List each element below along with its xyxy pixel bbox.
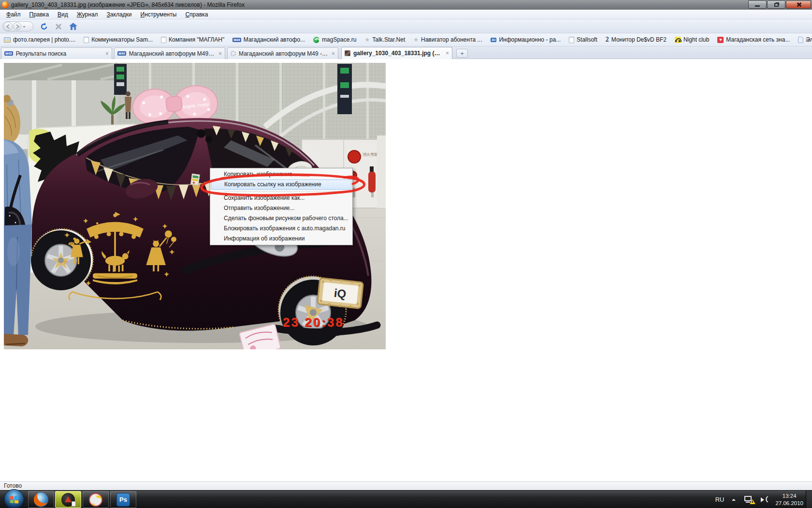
page-icon (84, 37, 89, 43)
firefox-icon (34, 493, 48, 507)
network-icon[interactable] (744, 496, 754, 504)
bookmark-item[interactable]: Компания "МАГЛАН" (161, 36, 224, 43)
bookmark-item[interactable]: Эльфорум (798, 36, 812, 43)
star-icon: ★ (364, 37, 370, 43)
taskbar-photoshop-button[interactable]: Ps (110, 491, 136, 508)
volume-icon[interactable] (761, 497, 767, 502)
bookmarks-overflow-chevron[interactable]: » (806, 36, 809, 44)
menu-item-save-image-as[interactable]: Сохранить изображение как... (211, 193, 351, 203)
menu-bar: Файл Правка Вид Журнал Закладки Инструме… (0, 10, 812, 19)
menu-history[interactable]: Журнал (72, 10, 102, 19)
heart-icon: ♥ (717, 37, 724, 43)
forward-icon (15, 24, 20, 29)
fire-alarm-button (348, 150, 361, 163)
photoshop-icon: Ps (116, 493, 130, 507)
back-button[interactable] (3, 22, 13, 31)
stop-button[interactable] (53, 21, 64, 31)
menu-help[interactable]: Справка (181, 10, 212, 19)
show-desktop-button[interactable] (806, 491, 812, 508)
bookmark-item[interactable]: Stallsoft (569, 36, 597, 43)
aimp-icon (61, 493, 75, 507)
tray-expand-icon[interactable] (732, 497, 736, 501)
tab-forum-1[interactable]: М49 Магаданский автофорум М49 -> ... × (114, 47, 225, 59)
menu-bookmarks[interactable]: Закладки (102, 10, 136, 19)
tab-close-icon[interactable]: × (105, 50, 109, 57)
bookmark-item[interactable]: ★Talk.Star.Net (364, 36, 405, 43)
taskbar: Ps RU 13:24 27.06.2010 (0, 490, 812, 508)
tab-bar: М49 Результаты поиска × М49 Магаданский … (0, 46, 812, 59)
photo-icon (4, 37, 11, 43)
bookmark-item[interactable]: фото.галерея | photo.... (4, 36, 75, 43)
star-icon: ★ (413, 37, 419, 43)
tab-image-active[interactable]: gallery_1030_403_18331.jpg (изо... × (341, 47, 452, 59)
bookmark-item[interactable]: ★Навигатор абонента ... (413, 36, 482, 43)
bookmark-item[interactable]: Коммуникаторы Sam... (84, 36, 153, 43)
history-dropdown-icon[interactable] (23, 26, 26, 29)
context-menu: Копировать изображение Копировать ссылку… (210, 168, 353, 245)
headphones-icon (675, 37, 681, 43)
menu-edit[interactable]: Правка (25, 10, 54, 19)
menu-item-copy-image-link[interactable]: Копировать ссылку на изображение (211, 179, 351, 190)
license-plate: iQ (317, 277, 363, 309)
tab-close-icon[interactable]: × (446, 50, 449, 57)
bookmark-item[interactable]: 2Монитор De$vD BF2 (606, 36, 667, 43)
page-fold-icon (798, 37, 803, 43)
windshield-sticker (190, 174, 200, 185)
window-titlebar: gallery_1030_403_18331.jpg (изображение … (0, 0, 812, 10)
home-icon (69, 23, 77, 30)
minimize-button[interactable] (748, 0, 767, 9)
reload-button[interactable] (39, 21, 49, 31)
m49-favicon: М49 (4, 51, 13, 56)
menu-item-block-images[interactable]: Блокировать изображения с auto.magadan.r… (211, 224, 351, 234)
tab-forum-2[interactable]: Магаданский автофорум М49 -> Г... × (227, 47, 338, 59)
restore-button[interactable] (767, 0, 785, 9)
menu-separator (224, 191, 350, 192)
m49-favicon: М49 (117, 51, 126, 56)
minimize-icon (755, 5, 760, 7)
status-bar: Готово (0, 481, 812, 490)
bookmark-item[interactable]: magSpace.ru (313, 36, 356, 43)
menu-item-email-image[interactable]: Отправить изображение... (211, 203, 351, 213)
tray-clock[interactable]: 13:24 27.06.2010 (775, 493, 803, 507)
menu-item-copy-image[interactable]: Копировать изображение (211, 169, 351, 179)
image-favicon (345, 50, 350, 56)
taskbar-aimp-button[interactable] (55, 491, 81, 508)
tab-close-icon[interactable]: × (218, 50, 222, 57)
history-nav-group (2, 21, 33, 31)
window-title: gallery_1030_403_18331.jpg (изображение … (11, 1, 245, 8)
menu-item-image-info[interactable]: Информация об изображении (211, 234, 351, 244)
desktop: gallery_1030_403_18331.jpg (изображение … (0, 0, 812, 508)
home-button[interactable] (68, 21, 78, 31)
close-button[interactable] (786, 0, 811, 9)
close-icon (796, 2, 801, 7)
bookmark-item[interactable]: ♥Магаданская сеть зна... (717, 36, 790, 43)
fire-extinguisher (368, 171, 376, 193)
page-icon (569, 37, 574, 43)
back-icon (6, 24, 11, 29)
language-indicator[interactable]: RU (710, 496, 729, 503)
restore-icon (774, 3, 779, 7)
menu-file[interactable]: Файл (2, 10, 25, 19)
menu-tools[interactable]: Инструменты (136, 10, 181, 19)
taskbar-firefox-button[interactable] (28, 491, 54, 508)
reload-icon (40, 23, 48, 30)
camera-timestamp: 23 20:38 (283, 315, 344, 329)
magspace-icon (313, 37, 319, 43)
system-tray: RU 13:24 27.06.2010 (710, 491, 803, 508)
swirl-icon (89, 493, 102, 507)
new-tab-button[interactable]: + (456, 49, 468, 58)
bookmark-item[interactable]: Night club (675, 36, 709, 43)
menu-item-set-as-wallpaper[interactable]: Сделать фоновым рисунком рабочего стола.… (211, 213, 351, 224)
taskbar-download-manager-button[interactable] (83, 491, 109, 508)
menu-view[interactable]: Вид (53, 10, 72, 19)
bookmark-item[interactable]: 3DИнформационно - ра... (491, 36, 561, 43)
loading-spinner-icon (231, 51, 236, 56)
tab-close-icon[interactable]: × (332, 50, 335, 57)
page-content: 消火用散水栓 A Aを選んだあなたに ぴったりなパートナーは (0, 59, 812, 481)
bookmark-item[interactable]: М49Магаданский автофо... (232, 36, 305, 43)
3d-favicon: 3D (491, 38, 497, 42)
start-button[interactable] (4, 489, 24, 508)
forward-button[interactable] (13, 22, 21, 30)
tab-search-results[interactable]: М49 Результаты поиска × (1, 47, 112, 59)
status-text: Готово (4, 482, 22, 489)
